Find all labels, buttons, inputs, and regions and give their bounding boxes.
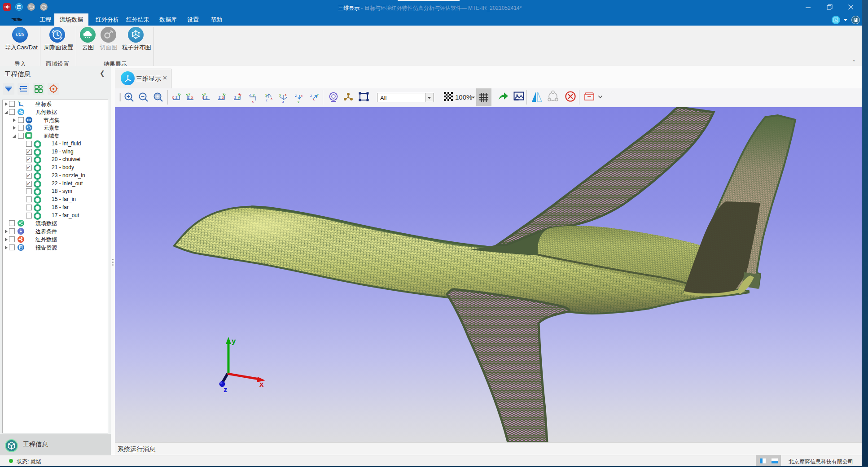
svg-text:y: y [238, 95, 240, 100]
svg-text:z: z [310, 93, 312, 98]
svg-text:z: z [249, 92, 251, 97]
svg-text:z: z [188, 95, 190, 100]
svg-text:x: x [301, 94, 302, 98]
svg-text:y: y [317, 92, 319, 96]
svg-text:y: y [232, 337, 236, 345]
svg-text:z: z [175, 95, 178, 100]
svg-text:Y: Y [18, 100, 20, 103]
svg-text:x: x [22, 105, 24, 107]
svg-text:y: y [178, 92, 180, 96]
svg-text:z: z [224, 385, 228, 394]
svg-text:x: x [271, 96, 272, 100]
svg-text:z: z [20, 103, 22, 105]
svg-text:z: z [234, 95, 237, 100]
svg-text:y: y [189, 92, 190, 96]
svg-text:z: z [295, 93, 297, 98]
svg-text:x: x [285, 92, 287, 97]
svg-text:y: y [279, 92, 281, 97]
svg-text:y: y [204, 92, 206, 96]
svg-text:x: x [222, 95, 224, 100]
svg-text:z: z [219, 95, 221, 100]
svg-text:z: z [206, 95, 208, 100]
svg-text:y: y [298, 100, 299, 103]
svg-text:z: z [266, 98, 267, 102]
svg-text:y: y [223, 92, 224, 96]
svg-text:x: x [252, 100, 254, 103]
svg-text:x: x [259, 380, 264, 388]
svg-text:x: x [191, 95, 193, 100]
svg-text:x: x [172, 95, 174, 100]
svg-text:z: z [282, 100, 284, 103]
svg-text:y: y [253, 92, 255, 97]
